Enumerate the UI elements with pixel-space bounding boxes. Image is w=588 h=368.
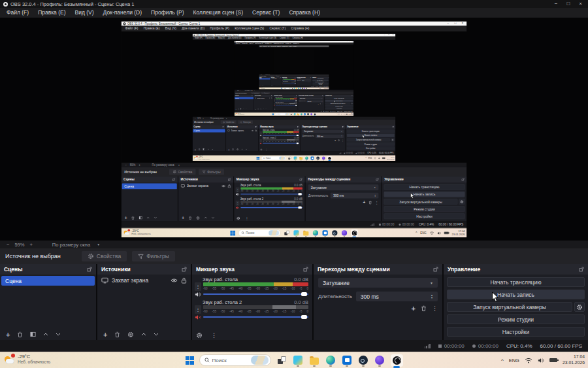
- start-virtual-camera-button[interactable]: Запуск виртуальной камеры: [447, 302, 572, 312]
- channel-level: 0.0 dB: [294, 276, 308, 282]
- controls-header[interactable]: Управление: [444, 264, 588, 275]
- tray-overflow-chevron-icon[interactable]: ^: [501, 358, 504, 363]
- captured-screen-frame: OBS 32.0.4 - Профиль: Безымянный - Сцены…: [235, 41, 354, 115]
- filters-button[interactable]: Фильтры: [132, 251, 175, 261]
- menu-file[interactable]: Файл (F): [2, 8, 33, 18]
- scenes-panel: Сцены Сцена +: [0, 264, 96, 340]
- source-properties-gear-icon[interactable]: [127, 331, 134, 338]
- taskbar-search-box[interactable]: Поиск: [199, 354, 271, 366]
- dock-popout-icon[interactable]: [182, 267, 187, 272]
- add-transition-button[interactable]: +: [412, 305, 416, 312]
- advanced-audio-gear-icon[interactable]: [196, 332, 203, 339]
- menu-scene-collection[interactable]: Коллекция сцен (S): [188, 8, 248, 18]
- spinner-arrows-icon[interactable]: ▲▼: [431, 294, 433, 299]
- taskbar-app-steam[interactable]: [358, 354, 369, 367]
- tray-clock[interactable]: 17:04 23.01.2026: [563, 354, 585, 366]
- wifi-icon[interactable]: [525, 358, 532, 363]
- menu-edit[interactable]: Правка (E): [33, 8, 70, 18]
- taskbar-app-obs-active[interactable]: [391, 354, 403, 367]
- zoom-out-button[interactable]: −: [7, 242, 9, 248]
- taskbar-app-clipchamp[interactable]: [293, 354, 304, 367]
- edge-browser-icon: [326, 356, 335, 365]
- taskbar-app-purple[interactable]: [374, 354, 385, 367]
- menu-view[interactable]: Вид (V): [71, 8, 99, 18]
- controls-title: Управление: [448, 266, 480, 273]
- move-source-down-button chevron-down-icon[interactable]: [154, 333, 159, 336]
- dock-popout-icon[interactable]: [433, 267, 438, 272]
- transitions-header[interactable]: Переходы между сценами: [314, 264, 442, 275]
- taskbar-app-edge[interactable]: [325, 354, 336, 367]
- transition-menu-dots-icon[interactable]: ⋮: [432, 305, 438, 312]
- captured-frame-wrap: OBS 32.0.4 - Профиль: Безымянный - Сцены…: [235, 41, 354, 115]
- menu-profile[interactable]: Профиль (P): [146, 8, 188, 18]
- task-view-button[interactable]: [276, 354, 287, 367]
- add-scene-button[interactable]: +: [6, 331, 10, 338]
- captured-frame-wrap: OBS 32.0.4 - Профиль: Безымянный - Сцены…: [122, 21, 467, 237]
- properties-label: Свойства: [97, 253, 121, 259]
- studio-mode-button[interactable]: Режим студии: [447, 314, 585, 324]
- preview-canvas[interactable]: OBS 32.0.4 - Профиль: Безымянный - Сцены…: [0, 18, 588, 241]
- add-source-button[interactable]: +: [103, 331, 107, 338]
- speaker-muted-icon[interactable]: [195, 314, 201, 320]
- menu-tools[interactable]: Сервис (T): [248, 8, 284, 18]
- fit-to-window-select[interactable]: По размеру окна: [52, 242, 90, 248]
- taskbar-app-store[interactable]: [342, 354, 353, 367]
- move-source-up-button chevron-up-icon[interactable]: [141, 333, 146, 336]
- sources-header[interactable]: Источники: [97, 264, 191, 275]
- move-scene-down-button chevron-down-icon[interactable]: [56, 333, 61, 336]
- speaker-icon[interactable]: [195, 292, 201, 297]
- settings-button[interactable]: Настройки: [447, 327, 585, 337]
- volume-slider[interactable]: [203, 291, 308, 297]
- maximize-button[interactable]: □: [566, 0, 570, 8]
- scene-list-item[interactable]: Сцена: [1, 276, 95, 286]
- mixer-menu-dots-icon[interactable]: ⋮: [211, 332, 217, 339]
- microsoft-store-icon: [342, 356, 351, 365]
- title-bar[interactable]: OBS 32.0.4 - Профиль: Безымянный - Сцены…: [0, 0, 588, 8]
- source-list-item[interactable]: Захват экрана: [97, 275, 191, 286]
- channel-menu-dots-icon[interactable]: ⋮: [195, 305, 201, 314]
- mixer-header[interactable]: Микшер звука: [192, 264, 312, 275]
- volume-slider-handle[interactable]: [301, 315, 307, 319]
- scene-filters-icon[interactable]: [30, 331, 36, 337]
- language-indicator[interactable]: ENG: [509, 358, 519, 363]
- zoom-in-button[interactable]: +: [29, 242, 32, 248]
- dock-popout-icon[interactable]: [87, 267, 92, 272]
- preview-zoom-bar: − 59% + По размеру окна ▼: [0, 241, 588, 248]
- channel-menu-dots-icon[interactable]: ⋮: [195, 282, 201, 291]
- dock-popout-icon[interactable]: [303, 267, 308, 272]
- gear-icon: [576, 304, 583, 310]
- menu-help[interactable]: Справка (H): [284, 8, 325, 18]
- volume-slider-handle[interactable]: [301, 292, 307, 296]
- lock-icon[interactable]: [181, 277, 187, 284]
- properties-button[interactable]: Свойства: [82, 251, 127, 261]
- start-streaming-button[interactable]: Начать трансляцию: [447, 277, 585, 287]
- search-highlight-image[interactable]: [251, 356, 269, 365]
- close-button[interactable]: ×: [579, 0, 582, 8]
- start-button windows-logo-icon[interactable]: [186, 356, 194, 365]
- volume-icon[interactable]: [538, 358, 544, 363]
- start-recording-button[interactable]: Начать запись: [447, 290, 585, 299]
- visibility-eye-icon[interactable]: [171, 278, 178, 283]
- minimize-button[interactable]: −: [555, 0, 558, 8]
- remove-source-button trash-icon[interactable]: [114, 331, 120, 338]
- record-time: 00:00:00: [478, 343, 498, 349]
- captured-frame-wrap: OBS 32.0.4 - Профиль: Безымянный - Сцены…: [193, 33, 396, 161]
- duration-spinbox[interactable]: 300 ms ▲▼: [356, 292, 438, 301]
- menu-docks[interactable]: Док-панели (D): [99, 8, 146, 18]
- taskbar-app-file-explorer[interactable]: [309, 354, 320, 367]
- record-timer: 00:00:00: [472, 343, 498, 349]
- move-scene-up-button chevron-up-icon[interactable]: [43, 333, 48, 336]
- battery-icon[interactable]: [549, 358, 557, 362]
- window-controls: − □ ×: [555, 0, 585, 8]
- virtual-camera-settings-button[interactable]: [574, 302, 585, 312]
- transition-select[interactable]: Затухание ▼: [318, 278, 438, 288]
- stream-time: 00:00:00: [444, 343, 465, 349]
- duration-label: Длительность: [318, 293, 352, 299]
- scenes-header[interactable]: Сцены: [0, 264, 96, 275]
- remove-transition-button trash-icon[interactable]: [421, 305, 427, 312]
- dock-popout-icon[interactable]: [579, 267, 584, 272]
- captured-screen-frame: OBS 32.0.4 - Профиль: Безымянный - Сцены…: [122, 21, 467, 237]
- remove-scene-button trash-icon[interactable]: [17, 331, 23, 338]
- filters-label: Фильтры: [146, 253, 169, 259]
- volume-slider[interactable]: [203, 314, 308, 320]
